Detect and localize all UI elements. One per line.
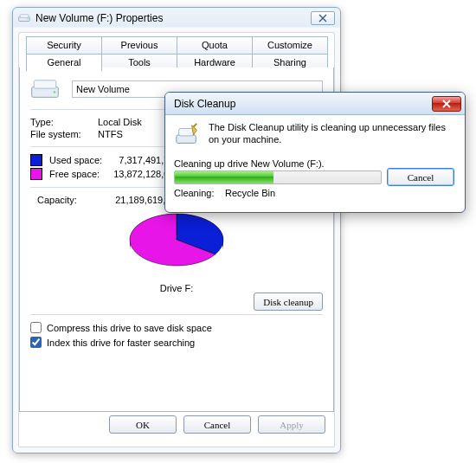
compress-checkbox-row[interactable]: Compress this drive to save disk space	[30, 322, 323, 333]
dialog-buttons: OK Cancel Apply	[19, 415, 334, 441]
drive-large-icon	[30, 78, 60, 100]
broom-drive-icon	[174, 122, 200, 148]
modal-close-button[interactable]	[432, 96, 461, 112]
close-icon	[441, 100, 452, 108]
cleanup-message: The Disk Cleanup utility is cleaning up …	[209, 122, 454, 146]
cancel-button[interactable]: Cancel	[183, 415, 251, 434]
disk-cleanup-button[interactable]: Disk cleanup	[254, 293, 323, 311]
cleaning-label: Cleaning:	[174, 188, 222, 198]
svg-rect-7	[179, 129, 194, 136]
tab-previous-versions[interactable]: Previous versions	[101, 36, 177, 55]
tab-security[interactable]: Security	[26, 36, 102, 55]
free-label: Free space:	[49, 169, 112, 179]
drive-icon	[18, 13, 30, 23]
fs-label: File system:	[30, 129, 98, 139]
index-checkbox[interactable]	[30, 337, 42, 348]
index-label: Index this drive for faster searching	[47, 338, 195, 348]
close-icon	[318, 14, 327, 23]
ok-button[interactable]: OK	[109, 415, 177, 434]
compress-checkbox[interactable]	[30, 322, 42, 333]
svg-rect-1	[20, 15, 29, 18]
separator	[30, 314, 323, 315]
cleaning-value: Recycle Bin	[225, 188, 275, 198]
svg-point-5	[54, 91, 56, 93]
svg-point-2	[28, 18, 29, 19]
progress-bar	[174, 170, 382, 184]
usage-pie-chart	[120, 210, 233, 278]
cleanup-cancel-button[interactable]: Cancel	[387, 168, 454, 186]
modal-titlebar[interactable]: Disk Cleanup	[165, 93, 465, 115]
tab-customize[interactable]: Customize	[252, 36, 328, 55]
svg-rect-4	[34, 80, 56, 88]
disk-cleanup-dialog: Disk Cleanup The Disk Cleanup utility is…	[164, 92, 466, 213]
titlebar[interactable]: New Volume (F:) Properties	[13, 8, 340, 29]
apply-button[interactable]: Apply	[258, 415, 325, 434]
close-button[interactable]	[311, 11, 335, 25]
capacity-label: Capacity:	[30, 195, 103, 205]
modal-title: Disk Cleanup	[174, 98, 432, 110]
svg-line-8	[194, 124, 197, 127]
used-swatch	[30, 154, 42, 166]
compress-label: Compress this drive to save disk space	[47, 323, 212, 333]
progress-fill	[175, 171, 273, 183]
tab-general[interactable]: General	[26, 54, 102, 72]
type-label: Type:	[30, 117, 98, 127]
window-title: New Volume (F:) Properties	[35, 12, 306, 24]
tab-quota[interactable]: Quota	[177, 36, 253, 55]
index-checkbox-row[interactable]: Index this drive for faster searching	[30, 337, 323, 348]
used-label: Used space:	[49, 155, 112, 165]
properties-window: New Volume (F:) Properties Security Prev…	[12, 7, 341, 453]
free-swatch	[30, 168, 42, 180]
